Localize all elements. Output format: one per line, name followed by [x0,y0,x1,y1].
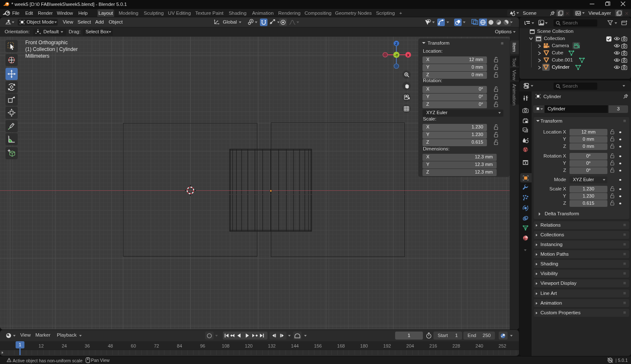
svg-text:X: X [407,53,409,57]
svg-text:-Y: -Y [395,53,398,57]
svg-text:Z: Z [395,42,398,46]
